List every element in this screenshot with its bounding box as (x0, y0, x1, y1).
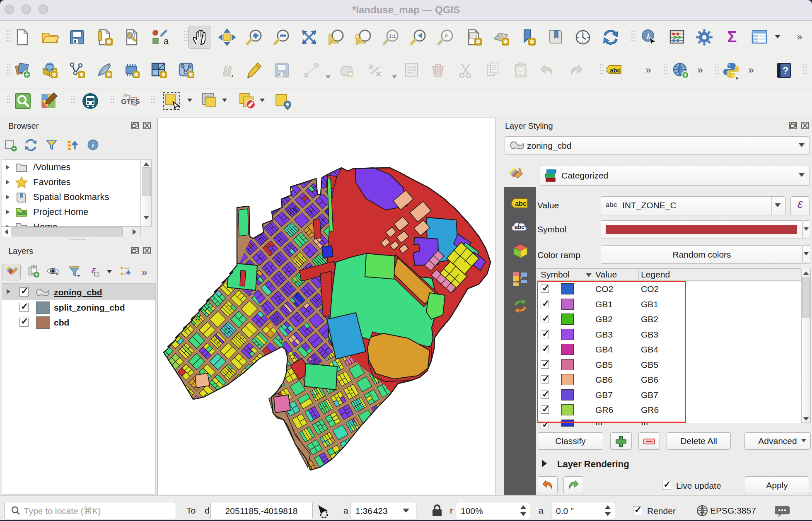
svg-text:✱: ✱ (529, 38, 535, 45)
svg-text:✱: ✱ (106, 71, 111, 78)
svg-text:»: » (797, 31, 802, 42)
svg-text:»: » (748, 64, 754, 75)
svg-text:✱: ✱ (134, 71, 139, 78)
svg-text:✱: ✱ (188, 71, 193, 78)
svg-text:✱: ✱ (348, 71, 353, 77)
svg-text:i: i (647, 31, 649, 41)
svg-text:1:1: 1:1 (389, 34, 396, 39)
svg-text:✱: ✱ (503, 38, 508, 45)
svg-text:abc: abc (515, 200, 527, 207)
svg-text:?: ? (783, 65, 789, 76)
svg-text:✱: ✱ (476, 38, 481, 45)
svg-text:✱: ✱ (79, 71, 84, 78)
svg-text:»: » (645, 64, 651, 75)
svg-text:GTFS: GTFS (121, 98, 140, 106)
svg-text:abc: abc (515, 224, 524, 230)
svg-text:a: a (164, 36, 169, 46)
svg-text:»: » (697, 64, 703, 75)
svg-text:✱: ✱ (161, 71, 166, 78)
svg-text:✱: ✱ (106, 38, 112, 45)
svg-text:✱: ✱ (52, 71, 57, 78)
svg-text:abc: abc (610, 67, 621, 74)
svg-text:Σ: Σ (727, 28, 737, 46)
